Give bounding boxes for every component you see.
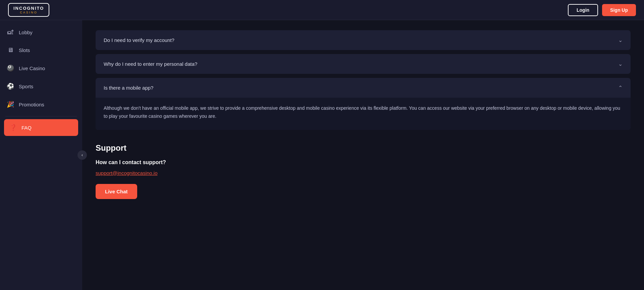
login-button[interactable]: Login — [568, 4, 598, 16]
sidebar-item-promotions[interactable]: 🎉 Promotions — [0, 95, 82, 113]
sidebar-item-faq[interactable]: ❓ FAQ — [4, 119, 78, 136]
faq-header-verify[interactable]: Do I need to verify my account? ⌄ — [96, 30, 631, 50]
sidebar-collapse-button[interactable]: ‹ — [77, 150, 87, 160]
logo-main-text: INCOGNITO — [13, 6, 44, 11]
faq-item-mobile-app: Is there a mobile app? ⌃ Although we don… — [96, 78, 631, 130]
logo-box: INCOGNITO CASINO — [8, 3, 49, 17]
sidebar-label-faq: FAQ — [21, 125, 32, 131]
sidebar: ‹ 🛋 Lobby 🖥 Slots 🎱 Live Casino ⚽ Sports… — [0, 20, 82, 290]
faq-question-mobile-app: Is there a mobile app? — [104, 85, 153, 91]
faq-answer-mobile-app: Although we don't have an official mobil… — [96, 98, 631, 130]
sports-icon: ⚽ — [7, 83, 14, 90]
support-contact-question: How can I contact support? — [96, 159, 631, 165]
chevron-down-icon-personal-data: ⌄ — [618, 61, 623, 67]
faq-item-personal-data: Why do I need to enter my personal data?… — [96, 54, 631, 74]
logo: INCOGNITO CASINO — [8, 3, 49, 17]
promotions-icon: 🎉 — [7, 101, 14, 108]
slots-icon: 🖥 — [7, 47, 14, 54]
chevron-down-icon-verify: ⌄ — [618, 37, 623, 43]
faq-question-personal-data: Why do I need to enter my personal data? — [104, 61, 197, 67]
signup-button[interactable]: Sign Up — [602, 4, 636, 16]
sidebar-item-live-casino[interactable]: 🎱 Live Casino — [0, 59, 82, 77]
faq-item-verify: Do I need to verify my account? ⌄ — [96, 30, 631, 50]
sidebar-item-sports[interactable]: ⚽ Sports — [0, 77, 82, 95]
faq-header-mobile-app[interactable]: Is there a mobile app? ⌃ — [96, 78, 631, 98]
sidebar-label-sports: Sports — [19, 84, 33, 89]
layout: ‹ 🛋 Lobby 🖥 Slots 🎱 Live Casino ⚽ Sports… — [0, 20, 644, 290]
sidebar-label-promotions: Promotions — [19, 102, 44, 107]
sidebar-label-lobby: Lobby — [19, 30, 33, 35]
main-content: Do I need to verify my account? ⌄ Why do… — [82, 20, 644, 290]
sidebar-label-slots: Slots — [19, 47, 30, 53]
sidebar-divider — [5, 116, 77, 116]
sidebar-label-live-casino: Live Casino — [19, 65, 45, 71]
faq-icon: ❓ — [9, 124, 17, 131]
live-chat-button[interactable]: Live Chat — [96, 184, 137, 199]
lobby-icon: 🛋 — [7, 29, 14, 36]
header: INCOGNITO CASINO Login Sign Up — [0, 0, 644, 20]
header-buttons: Login Sign Up — [568, 4, 636, 16]
support-title: Support — [96, 143, 631, 153]
support-section: Support How can I contact support? suppo… — [96, 143, 631, 199]
support-email-link[interactable]: support@incognitocasino.io — [96, 170, 631, 176]
faq-question-verify: Do I need to verify my account? — [104, 37, 174, 43]
chevron-up-icon-mobile-app: ⌃ — [618, 85, 623, 91]
sidebar-item-lobby[interactable]: 🛋 Lobby — [0, 23, 82, 41]
faq-header-personal-data[interactable]: Why do I need to enter my personal data?… — [96, 54, 631, 74]
logo-sub-text: CASINO — [13, 11, 44, 14]
sidebar-item-slots[interactable]: 🖥 Slots — [0, 41, 82, 59]
live-casino-icon: 🎱 — [7, 64, 14, 72]
